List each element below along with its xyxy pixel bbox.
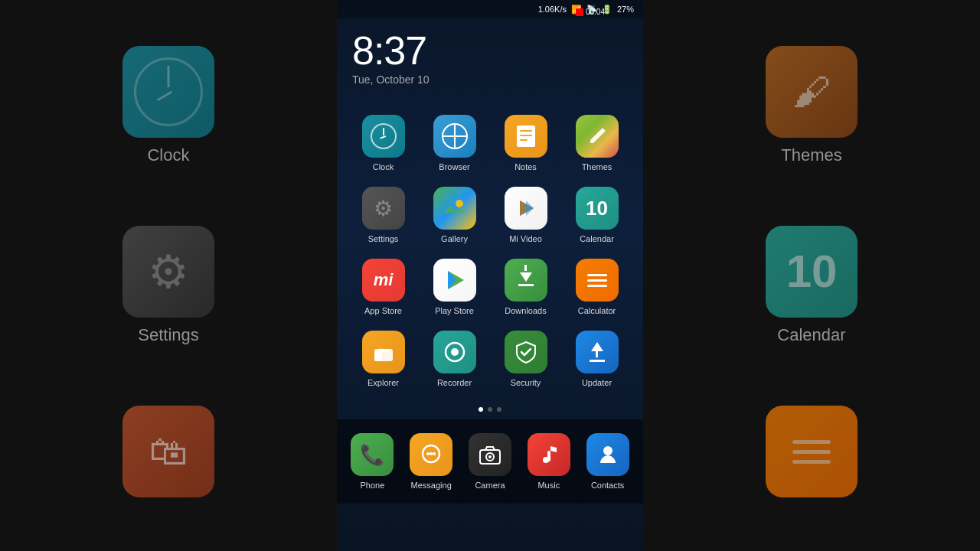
calendar-icon: 10 (576, 187, 619, 230)
svg-point-4 (590, 140, 593, 143)
page-dots (337, 401, 643, 418)
gallery-label: Gallery (441, 234, 468, 243)
bg-appstore-app: 🛍 (122, 406, 214, 505)
dock: 📞 Phone Messaging (337, 419, 643, 504)
bg-calc-icon (766, 406, 858, 497)
bg-clock-label: Clock (147, 145, 189, 165)
app-explorer[interactable]: Explorer (349, 324, 417, 393)
app-downloads[interactable]: Downloads (492, 253, 560, 321)
svg-rect-1 (520, 130, 532, 132)
app-security[interactable]: Security (492, 324, 560, 393)
clock-date: Tue, October 10 (352, 73, 628, 86)
updater-icon (576, 331, 619, 373)
app-gallery[interactable]: Gallery (420, 181, 488, 249)
updater-label: Updater (582, 378, 612, 387)
bg-themes-label: Themes (781, 145, 841, 165)
svg-point-27 (603, 446, 612, 455)
clock-time: 8:37 (352, 31, 628, 70)
calculator-label: Calculator (578, 306, 616, 315)
playstore-icon (433, 259, 476, 302)
bg-left-panel: Clock ⚙ Settings 🛍 (0, 0, 337, 551)
app-appstore[interactable]: mi App Store (349, 253, 417, 321)
network-speed: 1.06K/s (538, 5, 567, 14)
contacts-label: Contacts (591, 481, 624, 490)
bg-clock-app: Clock (122, 46, 214, 165)
svg-point-17 (451, 348, 459, 356)
dock-camera[interactable]: Camera (461, 427, 520, 496)
svg-point-26 (543, 457, 549, 463)
app-calendar[interactable]: 10 Calendar (563, 181, 631, 249)
security-icon (505, 331, 547, 373)
bg-themes-icon: 🖌 (766, 46, 858, 138)
clock-icon (362, 115, 405, 158)
browser-icon (433, 115, 476, 158)
recorder-icon (433, 331, 476, 373)
mivideo-label: Mi Video (509, 234, 542, 243)
bg-appstore-icon: 🛍 (122, 406, 214, 497)
app-notes[interactable]: Notes (492, 109, 560, 178)
settings-icon: ⚙ (362, 187, 405, 230)
bg-settings-label: Settings (138, 325, 199, 345)
dock-messaging[interactable]: Messaging (402, 427, 461, 496)
contacts-icon (586, 433, 629, 476)
app-calculator[interactable]: Calculator (563, 253, 631, 321)
app-clock[interactable]: Clock (349, 109, 417, 178)
svg-rect-5 (443, 196, 467, 220)
dock-phone[interactable]: 📞 Phone (343, 427, 402, 496)
app-mivideo[interactable]: Mi Video (492, 181, 560, 249)
bg-settings-icon: ⚙ (122, 226, 214, 318)
settings-label: Settings (368, 234, 399, 243)
app-playstore[interactable]: Play Store (420, 253, 488, 321)
svg-marker-9 (526, 201, 534, 216)
svg-rect-15 (374, 352, 382, 361)
app-settings[interactable]: ⚙ Settings (349, 181, 417, 249)
rec-time: 00:04 (586, 8, 605, 16)
camera-label: Camera (475, 481, 505, 490)
app-recorder[interactable]: Recorder (420, 324, 488, 393)
themes-icon (576, 115, 619, 158)
svg-point-19 (426, 452, 430, 455)
dot-1[interactable] (479, 407, 483, 412)
bg-calendar-app: 10 Calendar (766, 226, 858, 345)
playstore-label: Play Store (435, 306, 474, 315)
browser-label: Browser (439, 162, 469, 171)
svg-rect-2 (520, 135, 532, 136)
clock-area: 8:37 Tue, October 10 (337, 18, 643, 93)
downloads-icon (505, 259, 547, 302)
battery-percent: 27% (617, 5, 634, 14)
phone-screen: 1.06K/s 📶 📡 🔋 27% 00:04 8:37 Tue, Octobe… (337, 0, 643, 551)
appstore-icon: mi (362, 259, 405, 302)
phone-icon: 📞 (351, 433, 394, 476)
messaging-icon (410, 433, 452, 476)
dot-2[interactable] (488, 407, 492, 412)
messaging-label: Messaging (411, 481, 452, 490)
bg-clock-icon (122, 46, 214, 138)
calculator-icon (576, 259, 619, 302)
clock-label: Clock (373, 162, 394, 171)
app-updater[interactable]: Updater (563, 324, 631, 393)
phone-label: Phone (360, 481, 384, 490)
svg-rect-3 (520, 139, 528, 141)
bg-themes-app: 🖌 Themes (766, 46, 858, 165)
explorer-icon (362, 331, 405, 373)
calendar-label: Calendar (580, 234, 614, 243)
bg-calendar-icon: 10 (766, 226, 858, 318)
bg-calc-app (766, 406, 858, 505)
notes-icon (505, 115, 547, 158)
recorder-label: Recorder (437, 378, 472, 387)
camera-icon (469, 433, 511, 476)
svg-point-20 (430, 452, 433, 455)
dot-3[interactable] (497, 407, 501, 412)
recording-badge: 00:04 (576, 8, 605, 16)
music-icon (528, 433, 570, 476)
dock-music[interactable]: Music (519, 427, 578, 496)
app-themes[interactable]: Themes (563, 109, 631, 178)
security-label: Security (511, 378, 541, 387)
svg-point-24 (488, 455, 492, 458)
mivideo-icon (505, 187, 547, 230)
themes-label: Themes (582, 162, 612, 171)
appstore-label: App Store (364, 306, 402, 315)
dock-contacts[interactable]: Contacts (578, 427, 637, 496)
app-browser[interactable]: Browser (420, 109, 488, 178)
notes-label: Notes (514, 162, 537, 171)
